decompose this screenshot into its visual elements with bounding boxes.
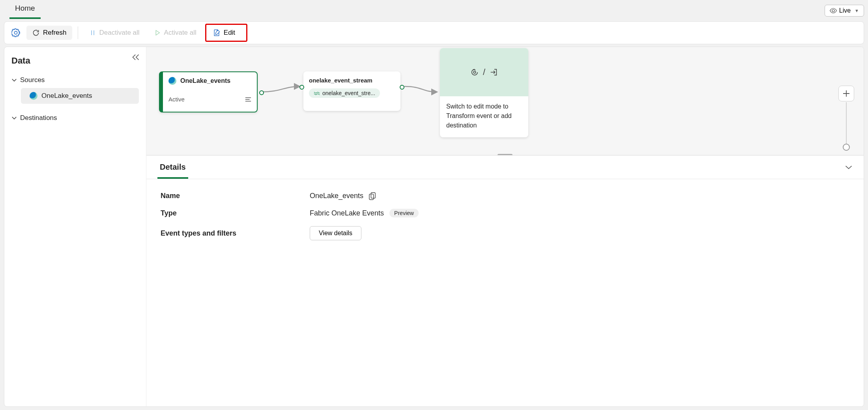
output-icon [489, 68, 498, 77]
plus-icon [843, 90, 850, 97]
tab-home[interactable]: Home [9, 0, 41, 19]
stream-chip: onelake_event_stre... [309, 88, 380, 98]
svg-point-0 [473, 71, 476, 73]
play-icon [154, 29, 161, 36]
detail-value-type: Fabric OneLake Events [310, 209, 384, 217]
detail-key-filters: Event types and filters [161, 229, 303, 238]
detail-key-name: Name [161, 192, 303, 200]
edit-icon [213, 29, 221, 37]
node-source[interactable]: OneLake_events Active [159, 71, 258, 112]
activate-all-button[interactable]: Activate all [148, 26, 202, 40]
copy-button[interactable] [369, 192, 376, 200]
detail-key-type: Type [161, 209, 303, 217]
chevron-down-icon: ▼ [855, 8, 859, 13]
preview-badge: Preview [389, 209, 419, 217]
output-port[interactable] [259, 90, 264, 95]
node-destination-placeholder[interactable]: / Switch to edit mode to Transform event… [440, 48, 528, 137]
zoom-slider-track[interactable] [846, 102, 847, 150]
tab-details[interactable]: Details [157, 155, 188, 179]
edit-button[interactable]: Edit [205, 24, 247, 42]
panel-resize-handle[interactable] [498, 154, 513, 155]
data-panel: Data Sources OneLake_events Destinations [4, 47, 146, 406]
transform-icon [470, 68, 479, 77]
svg-rect-1 [369, 194, 374, 199]
gear-icon [11, 28, 20, 37]
onelake-icon [168, 77, 176, 85]
details-panel: Details Name OneLake_events Type [146, 155, 864, 406]
refresh-icon [32, 29, 40, 37]
collapse-details-button[interactable] [845, 165, 853, 170]
stream-icon [314, 91, 320, 95]
chevron-down-icon [11, 115, 17, 121]
view-details-button[interactable]: View details [310, 226, 361, 240]
pause-icon [89, 29, 96, 36]
tree-group-destinations[interactable]: Destinations [11, 114, 139, 122]
deactivate-all-button[interactable]: Deactivate all [84, 26, 145, 40]
toolbar: Refresh Deactivate all Activate all Edit [4, 21, 864, 44]
onelake-icon [30, 92, 37, 100]
menu-icon[interactable] [245, 97, 251, 102]
refresh-button[interactable]: Refresh [26, 26, 72, 40]
eye-icon [830, 8, 837, 13]
add-node-button[interactable] [838, 86, 854, 101]
zoom-slider-thumb[interactable] [843, 144, 850, 151]
pipeline-canvas[interactable]: OneLake_events Active onelake_event_stre… [146, 47, 864, 155]
collapse-panel-button[interactable] [132, 54, 140, 60]
settings-button[interactable] [8, 25, 23, 40]
svg-rect-2 [371, 193, 376, 198]
output-port[interactable] [400, 85, 404, 90]
source-status: Active [168, 96, 185, 103]
source-item-onelake-events[interactable]: OneLake_events [21, 88, 139, 104]
node-stream[interactable]: onelake_event_stream onelake_event_stre.… [303, 71, 400, 111]
panel-title: Data [11, 56, 139, 66]
tree-group-sources[interactable]: Sources [11, 76, 139, 84]
detail-value-name: OneLake_events [310, 192, 363, 200]
input-port[interactable] [299, 85, 304, 90]
chevron-down-icon [11, 77, 17, 83]
mode-selector[interactable]: Live ▼ [825, 5, 864, 17]
